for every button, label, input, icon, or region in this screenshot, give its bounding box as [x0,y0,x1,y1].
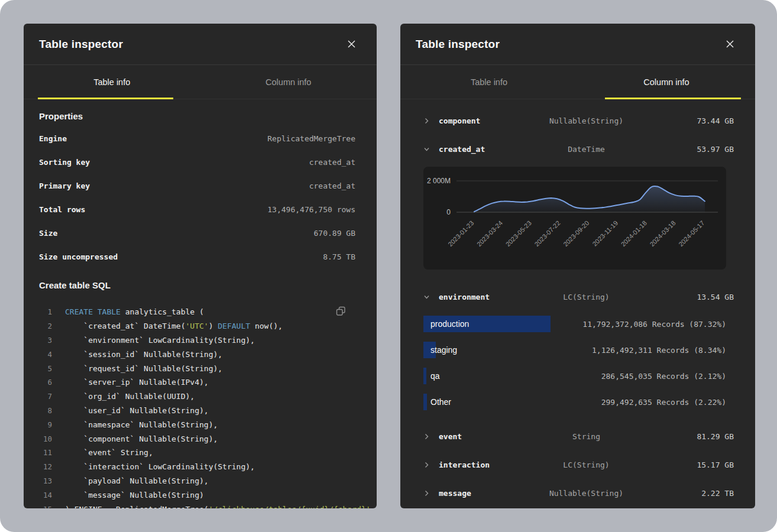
column-row-created_at[interactable]: created_atDateTime53.97 GB [400,135,755,163]
x-tick-label: 2024-03-18 [648,219,676,248]
tab-column-info[interactable]: Column info [578,65,755,99]
sql-line-number: 5 [39,364,52,373]
close-button[interactable] [345,38,358,50]
sql-line: 7 `org_id` Nullable(UUID), [39,390,355,404]
column-row-event[interactable]: eventString81.29 GB [400,422,755,450]
sql-line: 3 `environment` LowCardinality(String), [39,333,355,348]
sql-line: 15) ENGINE = ReplicatedMergeTree('/click… [39,502,355,508]
column-row-message[interactable]: messageNullable(String)2.22 TB [400,479,755,507]
property-value: ReplicatedMergeTree [267,134,355,143]
column-size: 15.17 GB [645,460,734,469]
sql-code-text: `component` Nullable(String), [65,434,218,443]
distribution-record-count: 286,545,035 Records (2.12%) [601,372,726,381]
sql-line: 11 `event` String, [39,446,355,460]
dialog-title: Table inspector [416,38,500,51]
distribution-value-label: qa [423,371,440,381]
sql-line: 9 `namespace` Nullable(String), [39,417,355,432]
distribution-value-label: Other [423,397,451,407]
tab-bar: Table info Column info [24,65,377,99]
sql-line-number: 12 [39,462,52,471]
sql-line-number: 10 [39,434,52,443]
column-size: 13.54 GB [645,293,734,301]
sql-code-text: `payload` Nullable(String), [65,476,209,485]
sql-code-text: `namespace` Nullable(String), [65,420,218,429]
column-type: LC(String) [527,460,645,469]
distribution-bar-area: qa [423,368,569,384]
sql-line-number: 6 [39,378,52,387]
sql-line: 8 `user_id` Nullable(String), [39,404,355,418]
dialog-header: Table inspector [24,24,377,65]
distribution-bar-area: staging [423,342,569,358]
sql-line-number: 3 [39,336,52,345]
sql-token: '/clickhouse/tables/{uuid}/{shard}' [209,505,371,508]
close-button[interactable] [724,38,736,50]
chevron-cell [423,294,439,300]
chevron-right-icon [423,462,430,468]
distribution-value-label: staging [423,345,457,355]
x-tick-label: 2023-01-23 [446,219,475,248]
sql-token: `event` String, [65,448,153,457]
sql-line-number: 14 [39,491,52,499]
column-row-environment[interactable]: environmentLC(String)13.54 GB [400,283,755,311]
sql-line-number: 9 [39,420,52,429]
dialog-title: Table inspector [39,38,123,51]
property-row: Sorting keycreated_at [39,150,355,174]
sql-lines: 1CREATE TABLE analytics_table (2 `create… [39,305,355,508]
column-row-component[interactable]: componentNullable(String)73.44 GB [400,106,755,135]
column-name: component [439,116,527,125]
column-size: 81.29 GB [645,432,734,441]
x-tick-label: 2024-01-18 [620,219,648,248]
copy-icon [336,306,346,316]
sql-token: now(), [250,322,283,330]
tab-column-info[interactable]: Column info [200,65,377,99]
sql-token: 'UTC' [186,322,209,330]
x-tick-label: 2023-11-19 [591,219,619,248]
column-name: environment [439,293,527,301]
table-inspector-dialog-table-info: Table inspector Table info Column info P… [24,24,377,508]
distribution-row-production: production11,792,372,086 Records (87.32%… [400,311,755,337]
sql-token: `environment` LowCardinality(String), [65,336,255,345]
tab-table-info[interactable]: Table info [24,65,200,99]
sql-code-text: `created_at` DateTime('UTC') DEFAULT now… [65,322,283,330]
chevron-cell [423,118,439,124]
tab-bar: Table info Column info [400,65,755,99]
column-name: event [439,432,527,441]
sql-code-text: `interaction` LowCardinality(String), [65,462,255,471]
property-value: created_at [309,181,355,190]
property-row: Size670.89 GB [39,221,355,245]
property-label: Total rows [39,205,85,214]
sql-code-text: `request_id` Nullable(String), [65,364,222,373]
sql-line-number: 2 [39,322,52,330]
sql-token: ) [209,322,218,330]
distribution-row-staging: staging1,126,492,311 Records (8.34%) [400,337,755,363]
dialog-header: Table inspector [400,24,755,65]
sql-code-text: `user_id` Nullable(String), [65,406,209,415]
sql-line-number: 15 [39,505,52,508]
distribution-bar-area: production [423,316,569,332]
chevron-cell [423,462,439,468]
copy-sql-button[interactable] [335,305,347,319]
properties-heading: Properties [39,111,355,122]
sql-line-number: 11 [39,448,52,457]
property-label: Engine [39,134,67,143]
sql-code-text: `environment` LowCardinality(String), [65,336,255,345]
desktop-background: Table inspector Table info Column info P… [0,0,777,532]
sql-token: `session_id` Nullable(String), [65,350,222,359]
x-tick-label: 2023-03-24 [475,219,504,248]
y-tick-label-zero: 0 [446,208,451,216]
column-type: DateTime [527,145,645,154]
sql-line: 4 `session_id` Nullable(String), [39,347,355,361]
sql-line: 6 `server_ip` Nullable(IPv4), [39,375,355,390]
sql-token: `org_id` Nullable(UUID), [65,392,195,401]
chevron-cell [423,490,439,497]
column-size: 2.22 TB [645,489,734,498]
distribution-record-count: 1,126,492,311 Records (8.34%) [592,346,726,355]
sql-line: 5 `request_id` Nullable(String), [39,361,355,375]
column-row-interaction[interactable]: interactionLC(String)15.17 GB [400,450,755,479]
distribution-record-count: 299,492,635 Records (2.22%) [601,398,726,407]
sql-line: 12 `interaction` LowCardinality(String), [39,460,355,474]
sql-line-number: 13 [39,476,52,485]
distribution-row-qa: qa286,545,035 Records (2.12%) [400,363,755,389]
tab-table-info[interactable]: Table info [400,65,578,99]
close-icon [726,40,734,48]
